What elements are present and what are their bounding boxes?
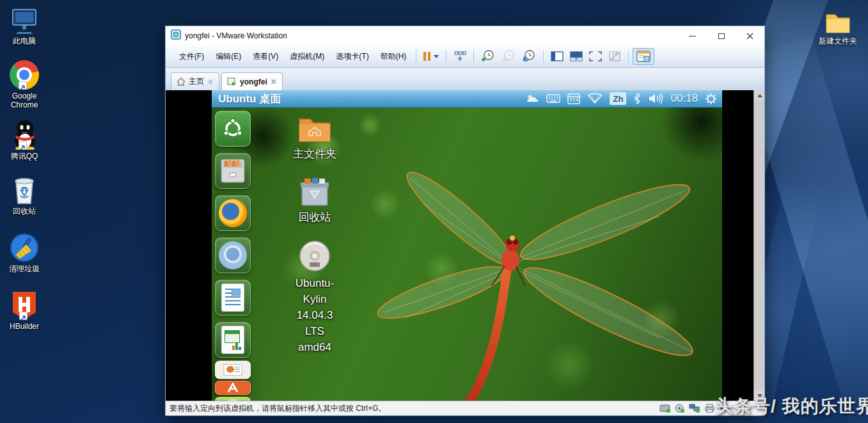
tab-close-icon[interactable]: ✕: [207, 79, 214, 85]
send-ctrl-alt-del-button[interactable]: [450, 48, 470, 65]
tab-label: yongfei: [240, 77, 267, 86]
vmware-window: yongfei - VMware Workstation 文件(F) 编辑(E)…: [165, 26, 765, 416]
panel-title: Ubuntu 桌面: [212, 92, 525, 106]
show-console-view-button[interactable]: [633, 48, 654, 65]
vm-icon-label: Ubuntu-Kylin: [287, 275, 342, 307]
ubuntu-screen: Ubuntu 桌面 Zh 00:18: [212, 90, 722, 401]
hard-disk-icon[interactable]: [659, 404, 671, 413]
desktop-icon-recycle-bin[interactable]: 回收站: [0, 174, 49, 216]
vmware-logo-icon: [171, 29, 181, 42]
desktop-icon-google-chrome[interactable]: Google Chrome: [0, 59, 49, 109]
snapshot-clock-icon: [501, 50, 516, 63]
chevron-up-icon: [757, 94, 762, 97]
vm-icon-label: 回收站: [287, 209, 342, 225]
close-button[interactable]: [736, 26, 764, 45]
desktop-icon-new-folder[interactable]: 新建文件夹: [814, 4, 862, 45]
revert-snapshot-button: [498, 48, 519, 65]
menu-edit[interactable]: 编辑(E): [210, 48, 247, 65]
desktop-icon-label: 新建文件夹: [814, 36, 862, 45]
snapshot-manager-icon: [522, 50, 536, 63]
desktop-icon-label: HBuilder: [0, 322, 49, 331]
launcher-libreoffice-calc[interactable]: [215, 322, 251, 358]
vm-icon-trash[interactable]: 回收站: [287, 177, 342, 225]
chevron-down-icon: [434, 55, 439, 58]
show-library-button[interactable]: [548, 48, 567, 65]
take-snapshot-button[interactable]: [478, 48, 498, 65]
desktop-icon-this-pc[interactable]: 此电脑: [0, 4, 49, 45]
scroll-up-arrow[interactable]: [754, 90, 764, 100]
keyboard-icon[interactable]: [546, 93, 560, 104]
maximize-icon: [718, 33, 725, 39]
launcher-file-manager[interactable]: [215, 153, 251, 189]
minimize-button[interactable]: [678, 26, 707, 45]
launcher-software-a[interactable]: [215, 381, 251, 395]
writer-doc-icon: [221, 283, 244, 312]
tab-home[interactable]: 主页 ✕: [171, 72, 219, 90]
status-bar: 要将输入定向到该虚拟机，请将鼠标指针移入其中或按 Ctrl+G。: [166, 401, 764, 415]
ctrl-alt-del-icon: [454, 51, 466, 62]
enter-fullscreen-button[interactable]: [586, 48, 605, 65]
chromium-icon: [219, 241, 247, 269]
volume-icon[interactable]: [648, 93, 663, 104]
snapshot-manager-button[interactable]: [519, 48, 539, 65]
menu-tabs[interactable]: 选项卡(T): [330, 48, 374, 65]
wireless-network-icon[interactable]: [587, 93, 603, 104]
vm-icon-home-folder[interactable]: 主文件夹: [287, 115, 342, 162]
tab-yongfei[interactable]: yongfei ✕: [221, 72, 283, 90]
printer-icon[interactable]: [704, 404, 716, 413]
desktop-icon-label: 回收站: [0, 207, 49, 216]
folder-icon: [814, 4, 862, 35]
system-tray: Zh 00:18: [525, 92, 722, 105]
launcher-libreoffice-writer[interactable]: [215, 280, 251, 315]
calc-doc-icon: [221, 326, 244, 354]
toolbar-separator: [628, 50, 629, 63]
windows-desktop: 此电脑 Google Chrome 腾讯QQ 回收站: [0, 0, 868, 423]
session-gear-icon[interactable]: [705, 93, 717, 105]
firefox-icon: [219, 199, 247, 227]
launcher-libreoffice-impress[interactable]: [215, 361, 251, 379]
menu-help[interactable]: 帮助(H): [375, 48, 413, 65]
input-method-indicator[interactable]: Zh: [610, 92, 626, 105]
panel-clock[interactable]: 00:18: [670, 92, 698, 105]
network-adapter-icon[interactable]: [689, 404, 700, 413]
dvd-disc-icon: [298, 239, 331, 273]
desktop-icon-tencent-qq[interactable]: 腾讯QQ: [0, 119, 49, 161]
chrome-icon: [0, 59, 49, 90]
desktop-icon-cleaner[interactable]: 清理垃圾: [0, 232, 49, 273]
vertical-scrollbar[interactable]: [754, 90, 764, 401]
maximize-button[interactable]: [707, 26, 736, 45]
shortcut-arrow-icon: [19, 81, 27, 90]
file-cabinet-icon: [219, 157, 246, 184]
launcher-dash-home[interactable]: [215, 111, 251, 147]
launcher-firefox[interactable]: [215, 195, 251, 231]
suspend-button[interactable]: [420, 48, 442, 65]
show-thumbnail-bar-button[interactable]: [567, 48, 586, 65]
close-icon: [746, 33, 754, 40]
bluetooth-icon[interactable]: [633, 93, 641, 104]
weather-icon[interactable]: [525, 93, 539, 104]
fullscreen-icon: [589, 51, 602, 61]
vm-icon-label: amd64: [287, 339, 342, 355]
vm-icon-ubuntu-kylin-dvd[interactable]: Ubuntu-Kylin 14.04.3 LTS amd64: [287, 239, 342, 355]
unity-mode-button: [605, 48, 624, 65]
shortcut-arrow-icon: [19, 312, 28, 320]
toolbar-separator: [543, 50, 544, 63]
desktop-icon-hbuilder[interactable]: HBuilder: [0, 289, 49, 331]
suspend-icon: [423, 52, 430, 61]
menu-file[interactable]: 文件(F): [173, 48, 210, 65]
unity-mode-icon: [608, 51, 621, 62]
calendar-icon[interactable]: [567, 93, 580, 104]
qq-icon: [0, 119, 49, 150]
menu-vm[interactable]: 虚拟机(M): [284, 48, 330, 65]
launcher-chromium[interactable]: [215, 237, 251, 273]
tab-close-icon[interactable]: ✕: [271, 79, 277, 85]
cd-dvd-icon[interactable]: [675, 404, 685, 413]
menu-view[interactable]: 查看(V): [247, 48, 284, 65]
desktop-icon-label: Google Chrome: [0, 92, 49, 109]
window-title: yongfei - VMware Workstation: [185, 31, 678, 40]
title-bar[interactable]: yongfei - VMware Workstation: [166, 26, 764, 45]
home-icon: [177, 77, 185, 86]
vm-console-area[interactable]: Ubuntu 桌面 Zh 00:18: [166, 90, 764, 401]
vm-icon-label: 主文件夹: [287, 146, 342, 162]
shortcut-arrow-icon: [19, 141, 27, 150]
